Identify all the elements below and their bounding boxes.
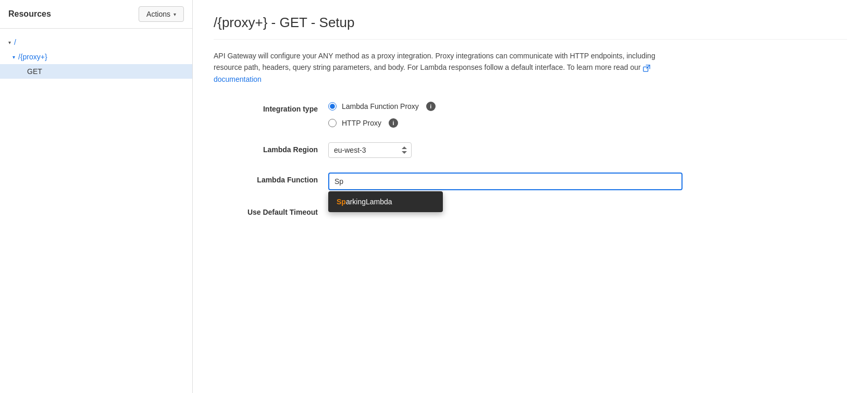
actions-button[interactable]: Actions ▾ xyxy=(139,6,184,22)
use-default-timeout-row: Use Default Timeout xyxy=(214,205,683,216)
lambda-proxy-radio[interactable] xyxy=(328,102,337,110)
sidebar-nav: ▾ / ▾ /{proxy+} GET xyxy=(0,29,192,393)
lambda-region-label: Lambda Region xyxy=(214,142,318,154)
lambda-function-label: Lambda Function xyxy=(214,173,318,184)
region-select[interactable]: eu-west-3 us-east-1 us-east-2 us-west-1 … xyxy=(328,142,412,158)
lambda-proxy-label: Lambda Function Proxy xyxy=(342,102,419,110)
integration-type-row: Integration type Lambda Function Proxy i… xyxy=(214,102,683,128)
arrow-icon: ▾ xyxy=(13,54,15,60)
description: API Gateway will configure your ANY meth… xyxy=(214,50,683,85)
autocomplete-dropdown: SparkingLambda xyxy=(328,191,443,212)
lambda-region-control: eu-west-3 us-east-1 us-east-2 us-west-1 … xyxy=(328,142,683,158)
lambda-function-row: Lambda Function SparkingLambda xyxy=(214,173,683,190)
http-proxy-label: HTTP Proxy xyxy=(342,119,381,127)
root-label[interactable]: / xyxy=(14,38,16,46)
lambda-proxy-info-icon[interactable]: i xyxy=(426,102,436,111)
autocomplete-item[interactable]: SparkingLambda xyxy=(328,191,443,212)
sidebar-item-root[interactable]: ▾ / xyxy=(0,35,192,50)
proxy-label[interactable]: /{proxy+} xyxy=(18,53,47,61)
form-section: Integration type Lambda Function Proxy i… xyxy=(214,102,683,216)
autocomplete-rest: arkingLambda xyxy=(346,198,392,206)
integration-type-label: Integration type xyxy=(214,102,318,113)
external-link-icon xyxy=(643,65,650,72)
sidebar-item-proxy[interactable]: ▾ /{proxy+} xyxy=(0,50,192,64)
autocomplete-match: Sp xyxy=(337,198,346,206)
actions-label: Actions xyxy=(146,10,170,18)
sidebar-title: Resources xyxy=(8,9,51,19)
description-text: API Gateway will configure your ANY meth… xyxy=(214,52,655,71)
doc-link[interactable]: documentation xyxy=(214,75,262,83)
http-proxy-info-icon[interactable]: i xyxy=(389,118,398,128)
actions-caret-icon: ▾ xyxy=(173,11,176,17)
lambda-function-control: SparkingLambda xyxy=(328,173,683,190)
get-label: GET xyxy=(27,67,42,76)
sidebar-header: Resources Actions ▾ xyxy=(0,0,192,29)
main-content: /{proxy+} - GET - Setup API Gateway will… xyxy=(193,0,868,393)
use-default-timeout-label: Use Default Timeout xyxy=(214,205,318,216)
integration-type-control: Lambda Function Proxy i HTTP Proxy i xyxy=(328,102,683,128)
sidebar-item-get[interactable]: GET xyxy=(0,64,192,79)
lambda-region-row: Lambda Region eu-west-3 us-east-1 us-eas… xyxy=(214,142,683,158)
page-title: /{proxy+} - GET - Setup xyxy=(214,15,847,40)
arrow-icon: ▾ xyxy=(8,40,11,45)
lambda-proxy-option[interactable]: Lambda Function Proxy i xyxy=(328,102,683,111)
lambda-function-input[interactable] xyxy=(328,173,683,190)
http-proxy-radio[interactable] xyxy=(328,119,337,127)
sidebar: Resources Actions ▾ ▾ / ▾ /{proxy+} GET xyxy=(0,0,193,393)
http-proxy-option[interactable]: HTTP Proxy i xyxy=(328,118,683,128)
